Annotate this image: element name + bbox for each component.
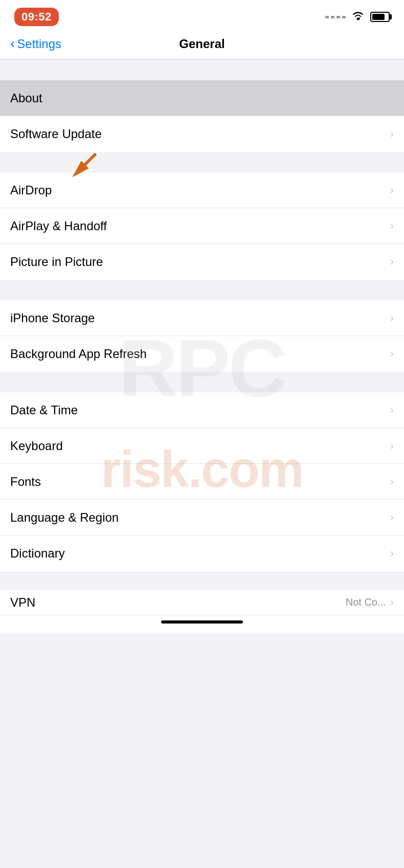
dot1	[325, 16, 329, 18]
status-time: 09:52	[14, 8, 59, 26]
chevron-right-background-app-refresh-icon: ›	[390, 347, 394, 361]
chevron-right-keyboard-icon: ›	[390, 439, 394, 453]
chevron-right-airdrop-icon: ›	[390, 184, 394, 197]
wifi-icon	[351, 10, 365, 24]
settings-item-label-date-time: Date & Time	[10, 403, 78, 417]
back-chevron-icon: ‹	[10, 36, 15, 51]
chevron-right-dictionary-icon: ›	[390, 547, 394, 560]
phone-frame: 09:52 ‹ Settin	[0, 0, 404, 868]
settings-item-fonts[interactable]: Fonts ›	[0, 464, 404, 500]
vpn-right: Not Co... ›	[346, 596, 394, 609]
settings-item-label-software-update: Software Update	[10, 127, 102, 141]
nav-bar: ‹ Settings General	[0, 31, 404, 60]
settings-item-label-airplay-handoff: AirPlay & Handoff	[10, 219, 107, 233]
chevron-right-iphone-storage-icon: ›	[390, 311, 394, 325]
settings-group-3: iPhone Storage › Background App Refresh …	[0, 300, 404, 372]
settings-item-label-iphone-storage: iPhone Storage	[10, 311, 95, 325]
settings-item-label-airdrop: AirDrop	[10, 183, 52, 197]
settings-item-label-keyboard: Keyboard	[10, 439, 63, 453]
settings-group-1: About › Software Update ›	[0, 80, 404, 152]
page-title: General	[179, 37, 225, 51]
dot4	[342, 16, 346, 18]
dot3	[336, 16, 340, 18]
vpn-value: Not Co...	[346, 596, 386, 608]
section-separator-3	[0, 280, 404, 300]
section-separator-4	[0, 372, 404, 392]
settings-item-label-about: About	[10, 91, 42, 105]
back-button[interactable]: ‹ Settings	[10, 37, 61, 51]
home-indicator	[161, 620, 243, 624]
status-bar: 09:52	[0, 0, 404, 31]
chevron-right-picture-in-picture-icon: ›	[390, 255, 394, 269]
section-separator-1	[0, 60, 404, 80]
settings-item-label-dictionary: Dictionary	[10, 546, 65, 561]
chevron-right-fonts-icon: ›	[390, 475, 394, 488]
settings-item-language-region[interactable]: Language & Region ›	[0, 500, 404, 536]
settings-item-vpn[interactable]: VPN Not Co... ›	[0, 590, 404, 615]
svg-point-0	[357, 18, 360, 20]
settings-item-about[interactable]: About ›	[0, 80, 404, 116]
settings-item-keyboard[interactable]: Keyboard ›	[0, 428, 404, 464]
settings-item-software-update[interactable]: Software Update ›	[0, 116, 404, 152]
battery-icon	[370, 12, 390, 22]
settings-item-dictionary[interactable]: Dictionary ›	[0, 536, 404, 571]
settings-item-label-fonts: Fonts	[10, 475, 41, 489]
battery-fill	[372, 14, 385, 20]
chevron-right-language-region-icon: ›	[390, 511, 394, 524]
settings-group-4: Date & Time › Keyboard › Fonts › Languag…	[0, 392, 404, 571]
settings-item-label-language-region: Language & Region	[10, 510, 119, 525]
settings-item-background-app-refresh[interactable]: Background App Refresh ›	[0, 336, 404, 372]
settings-item-label-background-app-refresh: Background App Refresh	[10, 347, 147, 361]
settings-item-iphone-storage[interactable]: iPhone Storage ›	[0, 300, 404, 336]
status-icons	[325, 10, 390, 24]
back-label: Settings	[17, 37, 61, 51]
settings-item-label-vpn: VPN	[10, 595, 35, 610]
settings-item-picture-in-picture[interactable]: Picture in Picture ›	[0, 244, 404, 280]
dot2	[331, 16, 334, 18]
settings-group-2: AirDrop › AirPlay & Handoff › Picture in…	[0, 172, 404, 280]
home-indicator-area	[0, 615, 404, 634]
section-separator-2	[0, 152, 404, 172]
chevron-right-airplay-handoff-icon: ›	[390, 219, 394, 233]
chevron-right-vpn-icon: ›	[390, 596, 394, 609]
signal-dots-icon	[325, 16, 346, 18]
settings-item-airplay-handoff[interactable]: AirPlay & Handoff ›	[0, 208, 404, 244]
section-separator-5	[0, 571, 404, 590]
chevron-right-date-time-icon: ›	[390, 404, 394, 417]
chevron-right-software-update-icon: ›	[390, 127, 394, 141]
settings-item-label-picture-in-picture: Picture in Picture	[10, 255, 103, 269]
settings-item-date-time[interactable]: Date & Time ›	[0, 392, 404, 428]
chevron-right-about-icon: ›	[390, 92, 394, 105]
settings-item-airdrop[interactable]: AirDrop ›	[0, 172, 404, 208]
